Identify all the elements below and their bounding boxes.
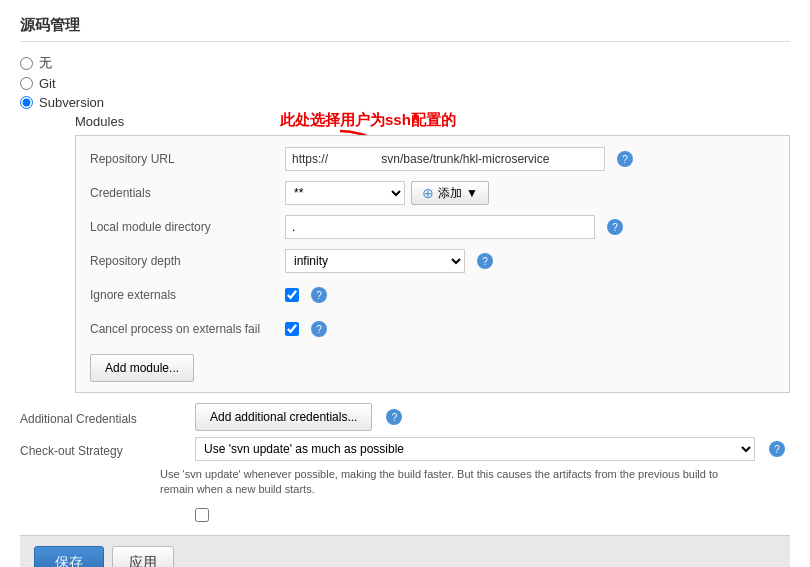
section-title: 源码管理 (20, 16, 790, 42)
add-dropdown-arrow: ▼ (466, 186, 478, 200)
repository-depth-label: Repository depth (90, 254, 285, 268)
modules-box: Repository URL ? Credentials ** (75, 135, 790, 393)
additional-credentials-section: Additional Credentials Add additional cr… (20, 403, 790, 431)
radio-git-label: Git (39, 76, 56, 91)
local-module-help-icon[interactable]: ? (607, 219, 623, 235)
local-module-input[interactable] (285, 215, 595, 239)
add-button-label: 添加 (438, 185, 462, 202)
modules-section: Modules Repository URL ? Credentials (75, 114, 790, 393)
radio-subversion[interactable]: Subversion (20, 95, 790, 110)
radio-git[interactable]: Git (20, 76, 790, 91)
local-module-row: Local module directory ? (90, 214, 775, 240)
credentials-row: Credentials ** ⊕ 添加 ▼ (90, 180, 775, 206)
repository-url-label: Repository URL (90, 152, 285, 166)
radio-subversion-label: Subversion (39, 95, 104, 110)
ignore-externals-row: Ignore externals ? (90, 282, 775, 308)
local-module-label: Local module directory (90, 220, 285, 234)
repository-depth-controls: infinity empty files immediates ? (285, 249, 775, 273)
ignore-externals-checkbox[interactable] (285, 288, 299, 302)
repository-depth-help-icon[interactable]: ? (477, 253, 493, 269)
cancel-process-row: Cancel process on externals fail ? (90, 316, 775, 342)
radio-none[interactable]: 无 (20, 54, 790, 72)
credentials-controls: ** ⊕ 添加 ▼ (285, 181, 775, 205)
additional-credentials-label: Additional Credentials (20, 408, 195, 426)
ignore-externals-controls: ? (285, 287, 775, 303)
add-icon: ⊕ (422, 185, 434, 201)
bottom-checkbox[interactable] (195, 508, 209, 522)
repository-depth-row: Repository depth infinity empty files im… (90, 248, 775, 274)
repository-url-row: Repository URL ? (90, 146, 775, 172)
cancel-process-checkbox[interactable] (285, 322, 299, 336)
repository-url-input[interactable] (285, 147, 605, 171)
ignore-externals-label: Ignore externals (90, 288, 285, 302)
radio-none-label: 无 (39, 54, 52, 72)
add-module-button[interactable]: Add module... (90, 354, 194, 382)
annotation-text: 此处选择用户为ssh配置的 (280, 111, 456, 130)
checkout-strategy-help-icon[interactable]: ? (769, 441, 785, 457)
ignore-externals-help-icon[interactable]: ? (311, 287, 327, 303)
cancel-process-label: Cancel process on externals fail (90, 322, 285, 336)
credentials-select[interactable]: ** (285, 181, 405, 205)
repository-url-help-icon[interactable]: ? (617, 151, 633, 167)
credentials-label: Credentials (90, 186, 285, 200)
add-additional-credentials-button[interactable]: Add additional credentials... (195, 403, 372, 431)
checkout-strategy-select[interactable]: Use 'svn update' as much as possible Alw… (195, 437, 755, 461)
cancel-process-help-icon[interactable]: ? (311, 321, 327, 337)
bottom-buttons-bar: 保存 应用 (20, 535, 790, 567)
save-button[interactable]: 保存 (34, 546, 104, 567)
repository-depth-select[interactable]: infinity empty files immediates (285, 249, 465, 273)
local-module-controls: ? (285, 215, 775, 239)
checkout-strategy-section: Check-out Strategy Use 'svn update' as m… (20, 437, 790, 461)
checkout-strategy-label: Check-out Strategy (20, 440, 195, 458)
checkout-description: Use 'svn update' whenever possible, maki… (160, 467, 730, 498)
add-credentials-button[interactable]: ⊕ 添加 ▼ (411, 181, 489, 205)
cancel-process-controls: ? (285, 321, 775, 337)
repository-url-controls: ? (285, 147, 775, 171)
apply-button[interactable]: 应用 (112, 546, 174, 567)
additional-credentials-help-icon[interactable]: ? (386, 409, 402, 425)
